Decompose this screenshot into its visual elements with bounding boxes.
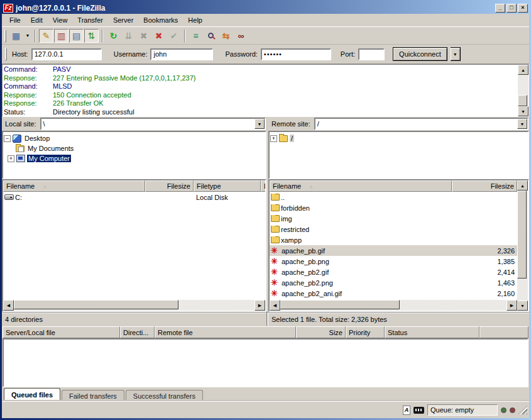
column-filesize[interactable]: Filesize [145,180,194,192]
chevron-down-icon[interactable]: ▼ [517,119,527,129]
remote-list-body[interactable]: .. forbidden img restricted xampp ✳apach… [270,192,517,300]
tab-queued-files[interactable]: Queued files [4,388,60,401]
column-filler [479,326,528,338]
remote-horizontal-scrollbar[interactable]: ◀ ▶ [270,300,517,311]
column-filetype[interactable]: Filetype [194,180,261,192]
scroll-right-icon[interactable]: ▶ [506,300,517,311]
remote-row[interactable]: img [270,213,517,224]
scroll-down-icon[interactable]: ▼ [517,301,528,311]
speed-limits-icon[interactable] [413,407,424,414]
tree-item-desktop[interactable]: − Desktop [4,133,265,143]
scroll-thumb[interactable] [14,300,178,309]
directory-comparison-button[interactable]: ≡ [189,29,203,43]
local-directory-tree[interactable]: − Desktop My Documents + My Computer [2,131,266,179]
expand-icon[interactable]: + [270,135,277,142]
remote-row[interactable]: xampp [270,235,517,245]
tab-successful-transfers[interactable]: Successful transfers [126,390,203,401]
menu-help[interactable]: Help [183,15,207,25]
collapse-icon[interactable]: − [4,135,11,142]
toggle-local-tree-button[interactable]: ▥ [54,29,68,43]
column-filename[interactable]: Filename▲ [3,180,145,192]
remote-site-combo[interactable]: / ▼ [314,118,528,130]
remote-vertical-scrollbar[interactable]: ▲ ▼ [517,180,528,311]
menu-transfer[interactable]: Transfer [72,15,108,25]
sync-browsing-button[interactable]: ⇆ [219,29,233,43]
remote-row[interactable]: ✳apache_pb2.png1,463 [270,277,517,288]
queue-body[interactable] [3,338,528,387]
column-size[interactable]: Size [296,326,346,338]
column-remote-file[interactable]: Remote file [155,326,296,338]
menu-view[interactable]: View [48,15,73,25]
column-server-local-file[interactable]: Server/Local file [3,326,120,338]
site-manager-dropdown[interactable]: ▼ [24,29,31,43]
minimize-button[interactable]: _ [495,4,505,13]
file-search-button[interactable] [204,29,218,43]
remote-directory-tree[interactable]: + / [268,131,529,179]
close-button[interactable]: × [518,4,528,13]
local-row-c-drive[interactable]: C: Local Disk [3,192,265,202]
username-input[interactable]: john [150,48,213,60]
column-priority[interactable]: Priority [346,326,385,338]
scroll-thumb[interactable] [280,300,400,309]
titlebar[interactable]: Fz john@127.0.0.1 - FileZilla _ □ × [2,2,529,14]
scroll-down-icon[interactable]: ▼ [518,106,528,116]
ascii-transfer-type-icon[interactable]: A [403,406,410,415]
remote-row[interactable]: ✳apache_pb2_ani.gif2,160 [270,288,517,299]
local-site-combo[interactable]: \ ▼ [40,118,266,130]
column-direction[interactable]: Directi... [120,326,155,338]
process-queue-button[interactable]: ⇊ [121,29,136,43]
disconnect-button[interactable]: ✖ [151,29,166,43]
tree-item-my-documents[interactable]: My Documents [4,143,265,153]
tree-item-my-computer[interactable]: + My Computer [4,153,265,163]
toggle-queue-button[interactable]: ⇅ [84,29,99,43]
scroll-left-icon[interactable]: ◀ [270,300,280,311]
quickconnect-dropdown[interactable]: ▼ [451,47,461,61]
remote-row[interactable]: forbidden [270,202,517,213]
site-manager-button[interactable]: ▦ [9,29,23,43]
log-scroll-thumb[interactable] [518,95,527,106]
scroll-thumb[interactable] [517,191,527,279]
filter-button[interactable]: ✔ [167,29,181,43]
host-input[interactable]: 127.0.0.1 [31,48,102,60]
chevron-down-icon[interactable]: ▼ [255,119,265,129]
toolbar-separator [35,30,36,42]
log-scrollbar[interactable]: ▲ ▼ [518,65,528,116]
menu-bookmarks[interactable]: Bookmarks [138,15,183,25]
menu-edit[interactable]: Edit [26,15,48,25]
local-list-body[interactable]: C: Local Disk [3,192,265,300]
menu-server[interactable]: Server [108,15,138,25]
remote-row[interactable]: ✳apache_pb2.gif2,414 [270,267,517,277]
cancel-button[interactable]: ✖ [136,29,151,43]
expand-icon[interactable]: + [8,155,14,162]
scroll-up-icon[interactable]: ▲ [517,180,528,191]
tab-failed-transfers[interactable]: Failed transfers [62,390,124,401]
tree-panes: Local site: \ ▼ − Desktop My Documents [2,117,529,179]
folder-icon [271,194,280,201]
local-horizontal-scrollbar[interactable]: ◀ ▶ [3,300,265,311]
scroll-left-icon[interactable]: ◀ [3,300,14,311]
maximize-button[interactable]: □ [506,4,517,13]
menu-file[interactable]: File [4,15,26,25]
column-filesize[interactable]: Filesize [452,180,517,192]
column-last-modified[interactable]: L [261,180,266,192]
port-input[interactable] [358,48,385,60]
column-status[interactable]: Status [385,326,479,338]
toggle-remote-tree-button[interactable]: ▤ [69,29,84,43]
column-filename[interactable]: Filename▲ [270,180,452,192]
remote-row[interactable]: .. [270,192,517,202]
scroll-right-icon[interactable]: ▶ [255,300,265,311]
username-label: Username: [114,50,148,58]
message-log: Command:PASV Response:227 Entering Passi… [2,64,529,117]
remote-row[interactable]: ✳apache_pb.png1,385 [270,256,517,267]
quickconnect-button[interactable]: Quickconnect [393,47,447,61]
remote-status-text: Selected 1 file. Total size: 2,326 bytes [268,312,529,326]
remote-row-selected[interactable]: ✳apache_pb.gif2,326 [270,245,517,256]
remote-row[interactable]: restricted [270,224,517,235]
resize-grip[interactable] [518,406,527,414]
refresh-button[interactable]: ↻ [106,29,121,43]
toggle-log-button[interactable]: ✎ [39,29,53,43]
password-input[interactable]: •••••• [261,48,331,60]
scroll-up-icon[interactable]: ▲ [518,65,528,75]
tree-item-root[interactable]: + / [270,133,527,143]
find-files-button[interactable]: ∞ [234,29,248,43]
